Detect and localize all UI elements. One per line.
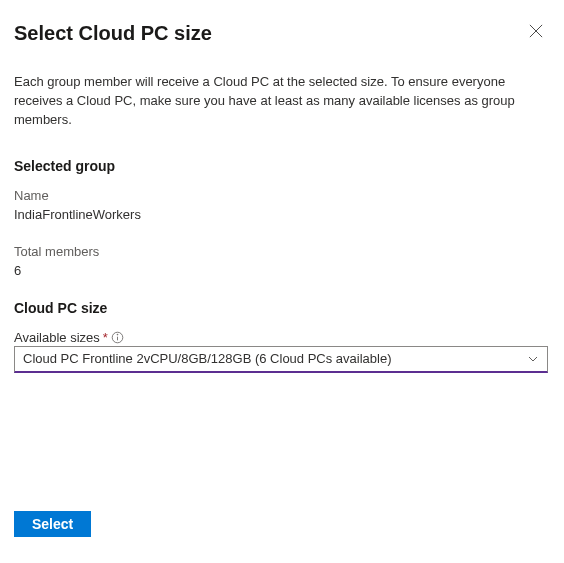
cloud-pc-size-section: Cloud PC size Available sizes * Cloud PC…	[14, 300, 550, 373]
selected-group-heading: Selected group	[14, 158, 550, 174]
available-sizes-label-text: Available sizes	[14, 330, 100, 345]
select-button[interactable]: Select	[14, 511, 91, 537]
total-members-label: Total members	[14, 244, 550, 259]
panel-footer: Select	[14, 511, 91, 537]
panel-body: Each group member will receive a Cloud P…	[0, 45, 564, 373]
close-button[interactable]	[526, 22, 546, 42]
info-icon[interactable]	[111, 330, 125, 344]
selected-group-section: Selected group Name IndiaFrontlineWorker…	[14, 158, 550, 278]
close-icon	[529, 24, 543, 41]
chevron-down-icon	[527, 353, 539, 365]
description-text: Each group member will receive a Cloud P…	[14, 73, 550, 130]
group-name-value: IndiaFrontlineWorkers	[14, 207, 550, 222]
group-name-label: Name	[14, 188, 550, 203]
available-sizes-dropdown[interactable]: Cloud PC Frontline 2vCPU/8GB/128GB (6 Cl…	[14, 346, 548, 373]
dropdown-selected-text: Cloud PC Frontline 2vCPU/8GB/128GB (6 Cl…	[23, 351, 392, 366]
required-indicator: *	[103, 330, 108, 345]
total-members-value: 6	[14, 263, 550, 278]
panel-title: Select Cloud PC size	[14, 22, 212, 45]
available-sizes-label: Available sizes *	[14, 330, 550, 345]
svg-point-4	[117, 334, 118, 335]
panel-header: Select Cloud PC size	[0, 0, 564, 45]
cloud-pc-size-heading: Cloud PC size	[14, 300, 550, 316]
